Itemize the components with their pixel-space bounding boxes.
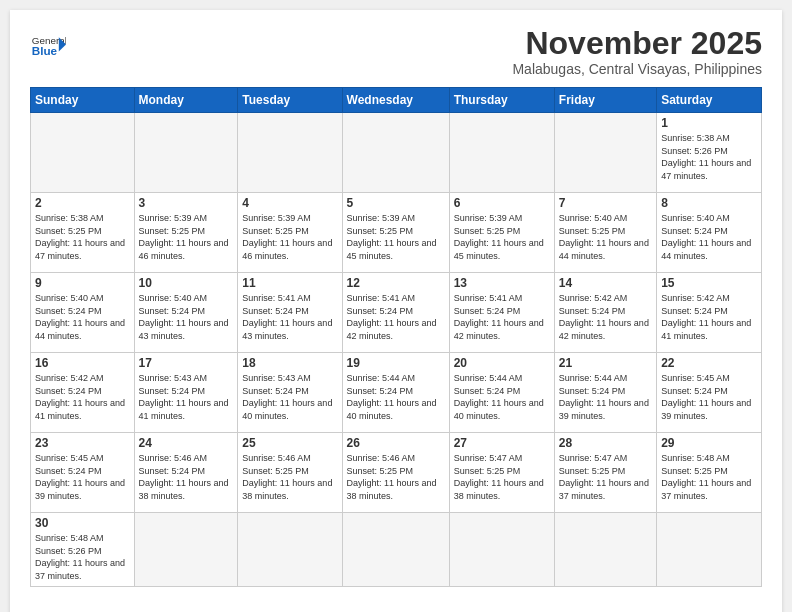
header-monday: Monday <box>134 88 238 113</box>
empty-cell <box>31 113 135 193</box>
day-14: 14 Sunrise: 5:42 AMSunset: 5:24 PMDaylig… <box>554 273 656 353</box>
header-saturday: Saturday <box>657 88 762 113</box>
header-friday: Friday <box>554 88 656 113</box>
location-title: Malabugas, Central Visayas, Philippines <box>512 61 762 77</box>
day-9: 9 Sunrise: 5:40 AMSunset: 5:24 PMDayligh… <box>31 273 135 353</box>
day-5: 5 Sunrise: 5:39 AMSunset: 5:25 PMDayligh… <box>342 193 449 273</box>
day-12: 12 Sunrise: 5:41 AMSunset: 5:24 PMDaylig… <box>342 273 449 353</box>
empty-cell <box>342 513 449 586</box>
day-24: 24 Sunrise: 5:46 AMSunset: 5:24 PMDaylig… <box>134 433 238 513</box>
empty-cell <box>554 513 656 586</box>
day-10: 10 Sunrise: 5:40 AMSunset: 5:24 PMDaylig… <box>134 273 238 353</box>
empty-cell <box>238 513 342 586</box>
generalblue-logo-icon: General Blue <box>30 30 66 66</box>
empty-cell <box>657 513 762 586</box>
day-4: 4 Sunrise: 5:39 AMSunset: 5:25 PMDayligh… <box>238 193 342 273</box>
day-3: 3 Sunrise: 5:39 AMSunset: 5:25 PMDayligh… <box>134 193 238 273</box>
week-row-4: 16 Sunrise: 5:42 AMSunset: 5:24 PMDaylig… <box>31 353 762 433</box>
week-row-6: 30 Sunrise: 5:48 AMSunset: 5:26 PMDaylig… <box>31 513 762 586</box>
day-11: 11 Sunrise: 5:41 AMSunset: 5:24 PMDaylig… <box>238 273 342 353</box>
empty-cell <box>342 113 449 193</box>
day-15: 15 Sunrise: 5:42 AMSunset: 5:24 PMDaylig… <box>657 273 762 353</box>
svg-text:Blue: Blue <box>32 44 58 57</box>
day-19: 19 Sunrise: 5:44 AMSunset: 5:24 PMDaylig… <box>342 353 449 433</box>
day-1: 1 Sunrise: 5:38 AM Sunset: 5:26 PM Dayli… <box>657 113 762 193</box>
day-8: 8 Sunrise: 5:40 AMSunset: 5:24 PMDayligh… <box>657 193 762 273</box>
day-20: 20 Sunrise: 5:44 AMSunset: 5:24 PMDaylig… <box>449 353 554 433</box>
day-16: 16 Sunrise: 5:42 AMSunset: 5:24 PMDaylig… <box>31 353 135 433</box>
header-area: General Blue November 2025 Malabugas, Ce… <box>30 26 762 77</box>
calendar-container: General Blue November 2025 Malabugas, Ce… <box>10 10 782 612</box>
day-26: 26 Sunrise: 5:46 AMSunset: 5:25 PMDaylig… <box>342 433 449 513</box>
logo-area: General Blue <box>30 30 66 66</box>
empty-cell <box>134 513 238 586</box>
day-28: 28 Sunrise: 5:47 AMSunset: 5:25 PMDaylig… <box>554 433 656 513</box>
week-row-1: 1 Sunrise: 5:38 AM Sunset: 5:26 PM Dayli… <box>31 113 762 193</box>
day-6: 6 Sunrise: 5:39 AMSunset: 5:25 PMDayligh… <box>449 193 554 273</box>
empty-cell <box>134 113 238 193</box>
header-sunday: Sunday <box>31 88 135 113</box>
day-7: 7 Sunrise: 5:40 AMSunset: 5:25 PMDayligh… <box>554 193 656 273</box>
day-29: 29 Sunrise: 5:48 AMSunset: 5:25 PMDaylig… <box>657 433 762 513</box>
header-tuesday: Tuesday <box>238 88 342 113</box>
header-thursday: Thursday <box>449 88 554 113</box>
empty-cell <box>554 113 656 193</box>
day-22: 22 Sunrise: 5:45 AMSunset: 5:24 PMDaylig… <box>657 353 762 433</box>
day-13: 13 Sunrise: 5:41 AMSunset: 5:24 PMDaylig… <box>449 273 554 353</box>
week-row-2: 2 Sunrise: 5:38 AMSunset: 5:25 PMDayligh… <box>31 193 762 273</box>
day-2: 2 Sunrise: 5:38 AMSunset: 5:25 PMDayligh… <box>31 193 135 273</box>
day-21: 21 Sunrise: 5:44 AMSunset: 5:24 PMDaylig… <box>554 353 656 433</box>
empty-cell <box>449 513 554 586</box>
day-30: 30 Sunrise: 5:48 AMSunset: 5:26 PMDaylig… <box>31 513 135 586</box>
calendar-table: Sunday Monday Tuesday Wednesday Thursday… <box>30 87 762 586</box>
week-row-5: 23 Sunrise: 5:45 AMSunset: 5:24 PMDaylig… <box>31 433 762 513</box>
empty-cell <box>449 113 554 193</box>
day-23: 23 Sunrise: 5:45 AMSunset: 5:24 PMDaylig… <box>31 433 135 513</box>
title-area: November 2025 Malabugas, Central Visayas… <box>512 26 762 77</box>
month-title: November 2025 <box>512 26 762 61</box>
weekday-header-row: Sunday Monday Tuesday Wednesday Thursday… <box>31 88 762 113</box>
day-25: 25 Sunrise: 5:46 AMSunset: 5:25 PMDaylig… <box>238 433 342 513</box>
empty-cell <box>238 113 342 193</box>
header-wednesday: Wednesday <box>342 88 449 113</box>
day-18: 18 Sunrise: 5:43 AMSunset: 5:24 PMDaylig… <box>238 353 342 433</box>
day-17: 17 Sunrise: 5:43 AMSunset: 5:24 PMDaylig… <box>134 353 238 433</box>
day-27: 27 Sunrise: 5:47 AMSunset: 5:25 PMDaylig… <box>449 433 554 513</box>
week-row-3: 9 Sunrise: 5:40 AMSunset: 5:24 PMDayligh… <box>31 273 762 353</box>
